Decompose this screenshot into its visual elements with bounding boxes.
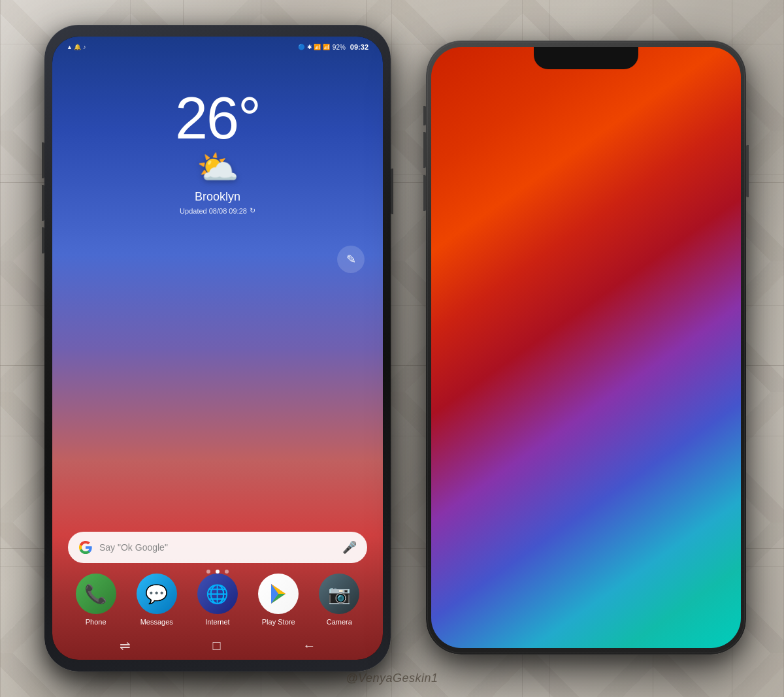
app-playstore[interactable]: Play Store (258, 574, 299, 626)
status-time: 09:32 (350, 43, 368, 51)
samsung-screen: ▲ 🔔 ♪ 🔵 ✱ 📶 📶 92% 09:32 26° ⛅ Brooklyn U… (52, 37, 383, 660)
watermark: @VenyaGeskin1 (346, 672, 438, 685)
iphone-body (426, 41, 746, 655)
app-messages[interactable]: 💬 Messages (137, 574, 177, 626)
samsung-statusbar: ▲ 🔔 ♪ 🔵 ✱ 📶 📶 92% 09:32 (52, 37, 383, 57)
weather-condition-icon: ⛅ (197, 148, 239, 187)
iphone-notch (534, 47, 638, 69)
home-button[interactable]: □ (212, 638, 220, 653)
phone-label: Phone (86, 618, 106, 626)
samsung-body: ▲ 🔔 ♪ 🔵 ✱ 📶 📶 92% 09:32 26° ⛅ Brooklyn U… (44, 25, 391, 672)
iphone-power-button[interactable] (746, 145, 749, 197)
mic-icon: 🎤 (342, 540, 357, 555)
app-camera[interactable]: 📷 Camera (319, 574, 359, 626)
status-left-icons: ▲ 🔔 ♪ (67, 44, 86, 50)
notification-icons: ▲ 🔔 ♪ (67, 44, 86, 50)
camera-icon: 📷 (319, 574, 359, 614)
weather-updated: Updated 08/08 09:28 ↻ (180, 206, 255, 215)
google-logo (78, 540, 93, 555)
battery-level: 92% (333, 44, 346, 51)
playstore-icon (258, 574, 299, 614)
edit-button[interactable]: ✎ (337, 246, 365, 273)
weather-location: Brooklyn (195, 190, 240, 204)
back-button[interactable]: ← (302, 638, 316, 653)
samsung-phone: ▲ 🔔 ♪ 🔵 ✱ 📶 📶 92% 09:32 26° ⛅ Brooklyn U… (44, 25, 391, 672)
status-right-info: 🔵 ✱ 📶 📶 92% 09:32 (298, 43, 368, 51)
phone-icon: 📞 (76, 574, 116, 614)
internet-icon: 🌐 (197, 574, 238, 614)
connectivity-icons: 🔵 ✱ 📶 📶 (298, 44, 330, 50)
app-dock: 📞 Phone 💬 Messages 🌐 Internet (52, 574, 383, 626)
messages-label: Messages (140, 618, 173, 626)
playstore-label: Play Store (262, 618, 295, 626)
messages-icon: 💬 (137, 574, 177, 614)
app-internet[interactable]: 🌐 Internet (197, 574, 238, 626)
refresh-icon: ↻ (250, 206, 255, 215)
app-phone[interactable]: 📞 Phone (76, 574, 116, 626)
iphone-volume-down-button[interactable] (423, 175, 426, 211)
phones-container: ▲ 🔔 ♪ 🔵 ✱ 📶 📶 92% 09:32 26° ⛅ Brooklyn U… (0, 0, 784, 697)
samsung-volume-up-button[interactable] (42, 142, 44, 178)
samsung-volume-down-button[interactable] (42, 185, 44, 221)
playstore-svg (266, 581, 291, 606)
iphone-wallpaper (431, 47, 741, 648)
google-searchbar[interactable]: Say "Ok Google" 🎤 (68, 532, 367, 563)
camera-label: Camera (327, 618, 352, 626)
iphone-screen (431, 47, 741, 648)
recent-apps-button[interactable]: ⇌ (120, 638, 131, 653)
iphone-silent-switch[interactable] (423, 106, 426, 125)
iphone-volume-up-button[interactable] (423, 132, 426, 168)
internet-label: Internet (205, 618, 229, 626)
weather-widget: 26° ⛅ Brooklyn Updated 08/08 09:28 ↻ (52, 89, 383, 215)
samsung-bixby-button[interactable] (42, 227, 44, 253)
samsung-navbar: ⇌ □ ← (52, 631, 383, 660)
search-placeholder: Say "Ok Google" (99, 542, 336, 553)
samsung-power-button[interactable] (391, 169, 393, 214)
iphone (426, 41, 746, 655)
weather-temperature: 26° (175, 89, 260, 148)
